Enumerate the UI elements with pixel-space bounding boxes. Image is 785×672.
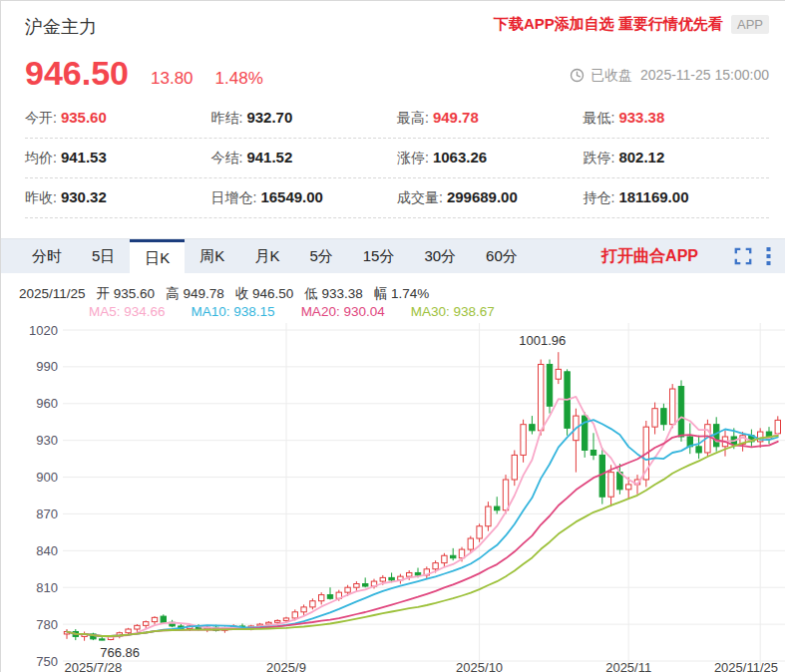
- stat-今结: 今结:941.52: [211, 149, 398, 168]
- stat-均价: 均价:941.53: [25, 149, 211, 168]
- ohlc-segment: 低 933.38: [304, 286, 363, 301]
- price-change: 13.80: [151, 65, 194, 93]
- x-axis-label: 2025/9: [266, 660, 306, 672]
- svg-text:1001.96: 1001.96: [519, 333, 566, 348]
- ma-legend: MA5: 934.66MA10: 938.15MA20: 930.04MA30:…: [1, 304, 785, 321]
- stat-涨停: 涨停:1063.26: [397, 149, 584, 168]
- tab-日K[interactable]: 日K: [130, 239, 185, 278]
- period-tabbar: 分时5日日K周K月K5分15分30分60分 打开曲合APP: [1, 238, 785, 273]
- clock-icon: [570, 68, 585, 83]
- stats-row: 昨收:930.32日增仓:16549.00成交量:299689.00持仓:181…: [25, 178, 769, 218]
- tab-15分[interactable]: 15分: [348, 239, 410, 273]
- quote-page: 沪金主力 下载APP添加自选 重要行情优先看 APP 946.50 13.80 …: [0, 0, 785, 672]
- ohlc-segment: 收 946.50: [235, 286, 294, 301]
- stat-今开: 今开:935.60: [25, 109, 211, 128]
- tab-30分[interactable]: 30分: [409, 239, 471, 273]
- ohlc-info-bar: 2025/11/25开 935.60高 949.78收 946.50低 933.…: [1, 285, 785, 302]
- x-axis-label: 2025/10: [456, 660, 503, 672]
- market-status: 已收盘: [590, 65, 632, 85]
- ma-legend-item: MA10: 938.15: [192, 304, 275, 319]
- quote-header: 沪金主力 下载APP添加自选 重要行情优先看 APP 946.50 13.80 …: [1, 1, 785, 93]
- svg-text:766.86: 766.86: [100, 645, 140, 660]
- tab-月K[interactable]: 月K: [239, 239, 294, 273]
- open-app-link[interactable]: 打开曲合APP: [601, 246, 698, 267]
- ohlc-segment: 高 949.78: [166, 286, 224, 301]
- kebab-menu-icon: [766, 247, 771, 265]
- more-menu-button[interactable]: [766, 247, 771, 265]
- kline-chart[interactable]: 10209909609309008708408107807501001.9676…: [1, 323, 785, 666]
- tab-5日[interactable]: 5日: [77, 239, 130, 273]
- ma-legend-item: MA30: 938.67: [411, 304, 495, 319]
- stat-持仓: 持仓:181169.00: [584, 188, 770, 207]
- svg-text:900: 900: [36, 470, 58, 485]
- tab-周K[interactable]: 周K: [185, 239, 239, 273]
- ma-legend-item: MA5: 934.66: [89, 304, 166, 319]
- kline-chart-area: 10209909609309008708408107807501001.9676…: [1, 323, 785, 672]
- closed-timestamp: 2025-11-25 15:00:00: [640, 65, 769, 85]
- stats-row: 今开:935.60昨结:932.70最高:949.78最低:933.38: [25, 99, 769, 139]
- tabs-container: 分时5日日K周K月K5分15分30分60分: [17, 239, 533, 278]
- stat-昨结: 昨结:932.70: [211, 109, 398, 128]
- fullscreen-button[interactable]: [734, 247, 752, 265]
- tab-分时[interactable]: 分时: [17, 239, 77, 273]
- x-axis-label: 2025/7/28: [64, 660, 122, 672]
- stats-row: 均价:941.53今结:941.52涨停:1063.26跌停:802.12: [25, 139, 769, 178]
- last-price: 946.50: [25, 53, 129, 93]
- svg-text:870: 870: [36, 506, 58, 521]
- x-axis-labels: 2025/7/282025/92025/102025/112025/11/25: [1, 660, 785, 672]
- x-axis-label: 2025/11: [605, 660, 651, 672]
- download-app-promo-link[interactable]: 下载APP添加自选 重要行情优先看: [494, 15, 723, 34]
- svg-text:960: 960: [36, 396, 58, 411]
- stats-grid: 今开:935.60昨结:932.70最高:949.78最低:933.38均价:9…: [25, 99, 769, 218]
- svg-text:1020: 1020: [29, 323, 58, 338]
- fullscreen-icon: [734, 247, 752, 265]
- svg-text:930: 930: [36, 433, 58, 448]
- tab-60分[interactable]: 60分: [471, 239, 533, 273]
- stat-最高: 最高:949.78: [397, 109, 584, 128]
- ma-legend-item: MA20: 930.04: [301, 304, 385, 319]
- svg-text:840: 840: [36, 543, 58, 558]
- svg-text:780: 780: [36, 617, 58, 632]
- stat-日增仓: 日增仓:16549.00: [211, 188, 398, 207]
- ohlc-segment: 幅 1.74%: [374, 286, 430, 301]
- price-change-pct: 1.48%: [215, 65, 263, 93]
- stat-跌停: 跌停:802.12: [584, 149, 770, 168]
- stat-最低: 最低:933.38: [584, 109, 770, 128]
- ohlc-segment: 开 935.60: [97, 286, 156, 301]
- stat-昨收: 昨收:930.32: [25, 188, 211, 207]
- tab-5分[interactable]: 5分: [294, 239, 347, 273]
- symbol-title: 沪金主力: [25, 15, 97, 39]
- svg-text:810: 810: [36, 580, 58, 595]
- ohlc-segment: 2025/11/25: [19, 286, 86, 301]
- x-axis-label: 2025/11/25: [714, 660, 778, 672]
- app-badge: APP: [731, 15, 769, 34]
- stat-成交量: 成交量:299689.00: [397, 188, 584, 207]
- svg-text:990: 990: [36, 359, 58, 374]
